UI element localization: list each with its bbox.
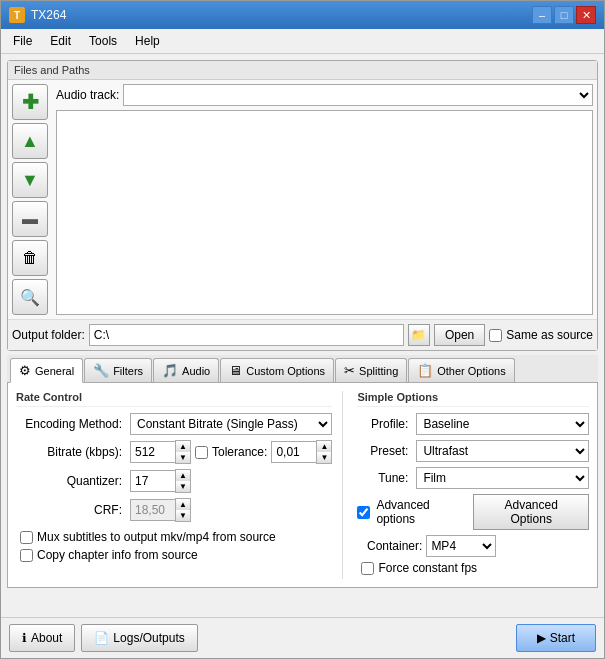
- output-folder-input[interactable]: [89, 324, 404, 346]
- start-icon: ▶: [537, 631, 546, 645]
- menu-tools[interactable]: Tools: [81, 31, 125, 51]
- advanced-options-row: Advanced options Advanced Options: [357, 494, 589, 530]
- add-files-button[interactable]: ✚: [12, 84, 48, 120]
- crf-up-button[interactable]: ▲: [176, 499, 190, 510]
- window-controls: – □ ✕: [532, 6, 596, 24]
- bitrate-down-button[interactable]: ▼: [176, 452, 190, 463]
- copy-chapter-checkbox[interactable]: [20, 549, 33, 562]
- tolerance-label: Tolerance:: [212, 445, 267, 459]
- window-title: TX264: [31, 8, 526, 22]
- force-constant-fps-checkbox[interactable]: [361, 562, 374, 575]
- general-icon: ⚙: [19, 363, 31, 378]
- sidebar-buttons: ✚ ▲ ▼ ▬ 🗑 🔍: [8, 80, 52, 319]
- quantizer-input[interactable]: [130, 470, 175, 492]
- browse-folder-button[interactable]: 📁: [408, 324, 430, 346]
- minimize-button[interactable]: –: [532, 6, 552, 24]
- close-button[interactable]: ✕: [576, 6, 596, 24]
- custom-icon: 🖥: [229, 363, 242, 378]
- tab-audio[interactable]: 🎵 Audio: [153, 358, 219, 382]
- menu-edit[interactable]: Edit: [42, 31, 79, 51]
- move-down-button[interactable]: ▼: [12, 162, 48, 198]
- tune-select[interactable]: Film Animation Grain Stillimage PSNR SSI…: [416, 467, 589, 489]
- title-bar: T TX264 – □ ✕: [1, 1, 604, 29]
- output-folder-label: Output folder:: [12, 328, 85, 342]
- encoding-method-row: Encoding Method: Constant Bitrate (Singl…: [16, 413, 332, 435]
- menubar: File Edit Tools Help: [1, 29, 604, 54]
- mux-subtitles-checkbox[interactable]: [20, 531, 33, 544]
- advanced-options-checkbox-label: Advanced options: [376, 498, 467, 526]
- crf-label: CRF:: [16, 503, 126, 517]
- files-layout: ✚ ▲ ▼ ▬ 🗑 🔍: [8, 80, 597, 319]
- logs-button[interactable]: 📄 Logs/Outputs: [81, 624, 197, 652]
- advanced-options-button[interactable]: Advanced Options: [473, 494, 589, 530]
- audio-track-select[interactable]: [123, 84, 593, 106]
- copy-chapter-row: Copy chapter info from source: [16, 548, 332, 562]
- other-icon: 📋: [417, 363, 433, 378]
- clear-button[interactable]: 🗑: [12, 240, 48, 276]
- audio-icon: 🎵: [162, 363, 178, 378]
- about-icon: ℹ: [22, 631, 27, 645]
- crf-spinbox: ▲ ▼: [130, 498, 191, 522]
- crf-input[interactable]: [130, 499, 175, 521]
- preset-row: Preset: Ultrafast Superfast Veryfast Fas…: [357, 440, 589, 462]
- tolerance-checkbox[interactable]: [195, 446, 208, 459]
- maximize-button[interactable]: □: [554, 6, 574, 24]
- quantizer-row: Quantizer: ▲ ▼: [16, 469, 332, 493]
- tolerance-spinbox: ▲ ▼: [271, 440, 332, 464]
- audio-track-label: Audio track:: [56, 88, 119, 102]
- tune-label: Tune:: [357, 471, 412, 485]
- mux-subtitles-label: Mux subtitles to output mkv/mp4 from sou…: [37, 530, 276, 544]
- app-icon: T: [9, 7, 25, 23]
- profile-select[interactable]: Baseline Main High: [416, 413, 589, 435]
- remove-button[interactable]: ▬: [12, 201, 48, 237]
- tabs-bar: ⚙ General 🔧 Filters 🎵 Audio 🖥 Custom Opt…: [7, 355, 598, 383]
- copy-chapter-label: Copy chapter info from source: [37, 548, 198, 562]
- menu-help[interactable]: Help: [127, 31, 168, 51]
- tolerance-up-button[interactable]: ▲: [317, 441, 331, 452]
- file-list[interactable]: [56, 110, 593, 315]
- tolerance-input[interactable]: [271, 441, 316, 463]
- same-as-source-row: Same as source: [489, 328, 593, 342]
- splitting-icon: ✂: [344, 363, 355, 378]
- main-content: Files and Paths ✚ ▲ ▼ ▬: [1, 54, 604, 617]
- tabs-container: ⚙ General 🔧 Filters 🎵 Audio 🖥 Custom Opt…: [7, 355, 598, 588]
- simple-options-panel: Simple Options Profile: Baseline Main Hi…: [353, 391, 589, 579]
- files-section-title: Files and Paths: [8, 61, 597, 80]
- same-as-source-checkbox[interactable]: [489, 329, 502, 342]
- start-button[interactable]: ▶ Start: [516, 624, 596, 652]
- menu-file[interactable]: File: [5, 31, 40, 51]
- simple-options-title: Simple Options: [357, 391, 589, 407]
- force-constant-fps-label: Force constant fps: [378, 561, 477, 575]
- bitrate-input[interactable]: [130, 441, 175, 463]
- bitrate-up-button[interactable]: ▲: [176, 441, 190, 452]
- about-button[interactable]: ℹ About: [9, 624, 75, 652]
- tab-filters[interactable]: 🔧 Filters: [84, 358, 152, 382]
- preset-label: Preset:: [357, 444, 412, 458]
- move-up-button[interactable]: ▲: [12, 123, 48, 159]
- encoding-method-select[interactable]: Constant Bitrate (Single Pass) Constant …: [130, 413, 332, 435]
- tune-row: Tune: Film Animation Grain Stillimage PS…: [357, 467, 589, 489]
- container-select[interactable]: MP4 MKV AVI: [426, 535, 496, 557]
- mux-subtitles-row: Mux subtitles to output mkv/mp4 from sou…: [16, 530, 332, 544]
- force-constant-fps-row: Force constant fps: [357, 561, 589, 575]
- same-as-source-label: Same as source: [506, 328, 593, 342]
- tab-custom-options[interactable]: 🖥 Custom Options: [220, 358, 334, 382]
- rate-control-panel: Rate Control Encoding Method: Constant B…: [16, 391, 343, 579]
- crf-row: CRF: ▲ ▼: [16, 498, 332, 522]
- preset-select[interactable]: Ultrafast Superfast Veryfast Faster Fast…: [416, 440, 589, 462]
- tolerance-down-button[interactable]: ▼: [317, 452, 331, 463]
- crf-down-button[interactable]: ▼: [176, 510, 190, 521]
- filters-icon: 🔧: [93, 363, 109, 378]
- quantizer-label: Quantizer:: [16, 474, 126, 488]
- quantizer-down-button[interactable]: ▼: [176, 481, 190, 492]
- tab-splitting[interactable]: ✂ Splitting: [335, 358, 407, 382]
- open-button[interactable]: Open: [434, 324, 485, 346]
- tab-other-options[interactable]: 📋 Other Options: [408, 358, 514, 382]
- container-label: Container:: [357, 539, 422, 553]
- logs-icon: 📄: [94, 631, 109, 645]
- tab-general[interactable]: ⚙ General: [10, 358, 83, 383]
- quantizer-up-button[interactable]: ▲: [176, 470, 190, 481]
- advanced-options-checkbox[interactable]: [357, 506, 370, 519]
- encoding-method-label: Encoding Method:: [16, 417, 126, 431]
- preview-button[interactable]: 🔍: [12, 279, 48, 315]
